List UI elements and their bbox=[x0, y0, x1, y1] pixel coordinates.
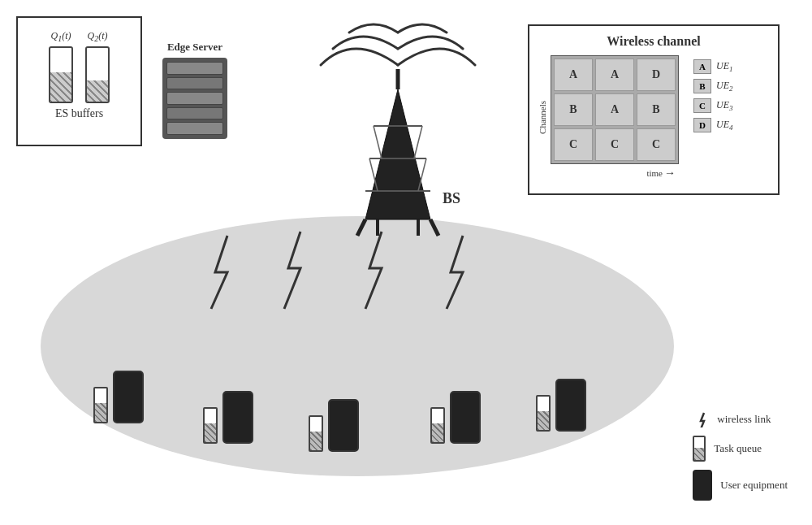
edge-server: Edge Server bbox=[162, 41, 227, 139]
legend-box-d: D bbox=[693, 118, 711, 132]
channel-grid-axes: Channels A A D B A B C C C bbox=[538, 55, 679, 180]
server-unit-5 bbox=[166, 122, 223, 135]
channel-content: Channels A A D B A B C C C bbox=[538, 55, 770, 180]
buffer-2: Q2(t) bbox=[85, 30, 110, 103]
phone-3 bbox=[328, 399, 359, 452]
wireless-channel-title: Wireless channel bbox=[538, 34, 770, 49]
channels-vert-label: Channels bbox=[538, 101, 547, 134]
legend-item-b: B UE2 bbox=[693, 79, 733, 93]
user-equipment-text: User equipment bbox=[720, 479, 788, 492]
grid-main-row: Channels A A D B A B C C C bbox=[538, 55, 679, 180]
legend-label-ue2: UE2 bbox=[716, 80, 733, 93]
legend-item-a: A UE1 bbox=[693, 59, 733, 74]
svg-line-5 bbox=[374, 126, 382, 158]
device-group-5 bbox=[536, 379, 586, 432]
legend-bottom: wireless link Task queue User equipment bbox=[693, 411, 788, 501]
legend-item-d: D UE4 bbox=[693, 118, 733, 132]
svg-marker-1 bbox=[365, 89, 430, 219]
phone-4 bbox=[450, 391, 481, 444]
bs-tower: BS bbox=[317, 8, 479, 244]
task-queue-text: Task queue bbox=[714, 442, 762, 455]
phone-5 bbox=[555, 379, 586, 432]
channel-legend: A UE1 B UE2 C UE3 D UE4 bbox=[693, 59, 733, 180]
server-unit-2 bbox=[166, 77, 223, 90]
grid-cell-2-0: C bbox=[554, 128, 593, 161]
grid-cell-2-2: C bbox=[637, 128, 676, 161]
legend-label-ue1: UE1 bbox=[716, 60, 733, 73]
grid-cell-0-2: D bbox=[637, 59, 676, 91]
grid-cell-0-1: A bbox=[595, 59, 634, 91]
legend-item-c: C UE3 bbox=[693, 98, 733, 113]
server-unit-1 bbox=[166, 62, 223, 75]
device-group-3 bbox=[309, 399, 359, 452]
lightning-icon bbox=[693, 411, 709, 427]
legend-box-a: A bbox=[693, 59, 711, 74]
buffer-2-label: Q2(t) bbox=[87, 30, 107, 43]
task-queue-2 bbox=[203, 407, 218, 444]
grid-cell-1-1: A bbox=[595, 93, 634, 126]
task-queue-icon bbox=[693, 436, 706, 462]
grid-cell-2-1: C bbox=[595, 128, 634, 161]
lightning-bolts bbox=[162, 228, 568, 341]
task-queue-3 bbox=[309, 415, 323, 452]
legend-wireless-link: wireless link bbox=[693, 411, 788, 427]
legend-user-equipment: User equipment bbox=[693, 470, 788, 501]
es-buffers-box: Q1(t) Q2(t) ES buffers bbox=[16, 16, 142, 146]
grid-cell-1-0: B bbox=[554, 93, 593, 126]
phone-2 bbox=[222, 391, 253, 444]
antenna-svg: BS bbox=[317, 8, 479, 244]
buffer-1-label: Q1(t) bbox=[50, 30, 71, 43]
buffer-1-cylinder bbox=[49, 46, 73, 103]
legend-task-queue: Task queue bbox=[693, 436, 788, 462]
device-group-1 bbox=[93, 371, 144, 423]
task-queue-1 bbox=[93, 387, 108, 423]
task-queue-4 bbox=[430, 407, 445, 444]
main-scene: Q1(t) Q2(t) ES buffers Edge Server bbox=[0, 0, 812, 525]
phone-icon bbox=[693, 470, 712, 501]
wireless-link-text: wireless link bbox=[717, 413, 771, 426]
svg-text:BS: BS bbox=[443, 190, 460, 206]
buffer-1: Q1(t) bbox=[49, 30, 73, 103]
legend-label-ue4: UE4 bbox=[716, 119, 733, 132]
wireless-channel-box: Wireless channel Channels A A D B A B C bbox=[528, 24, 780, 195]
edge-server-label: Edge Server bbox=[162, 41, 227, 54]
legend-label-ue3: UE3 bbox=[716, 99, 733, 112]
server-unit-3 bbox=[166, 92, 223, 105]
buffer-2-cylinder bbox=[85, 46, 110, 103]
arrow-right: → bbox=[664, 167, 676, 180]
server-tower bbox=[162, 58, 227, 139]
grid-cell-0-0: A bbox=[554, 59, 593, 91]
time-label: time bbox=[646, 168, 663, 178]
phone-1 bbox=[113, 371, 144, 423]
server-unit-4 bbox=[166, 107, 223, 120]
legend-box-c: C bbox=[693, 98, 711, 113]
device-group-2 bbox=[203, 391, 253, 444]
channel-grid: A A D B A B C C C bbox=[551, 55, 679, 164]
legend-box-b: B bbox=[693, 79, 711, 93]
es-buffers-title: ES buffers bbox=[26, 107, 132, 120]
grid-cell-1-2: B bbox=[637, 93, 676, 126]
svg-line-6 bbox=[414, 126, 422, 158]
device-group-4 bbox=[430, 391, 481, 444]
task-queue-5 bbox=[536, 395, 551, 432]
